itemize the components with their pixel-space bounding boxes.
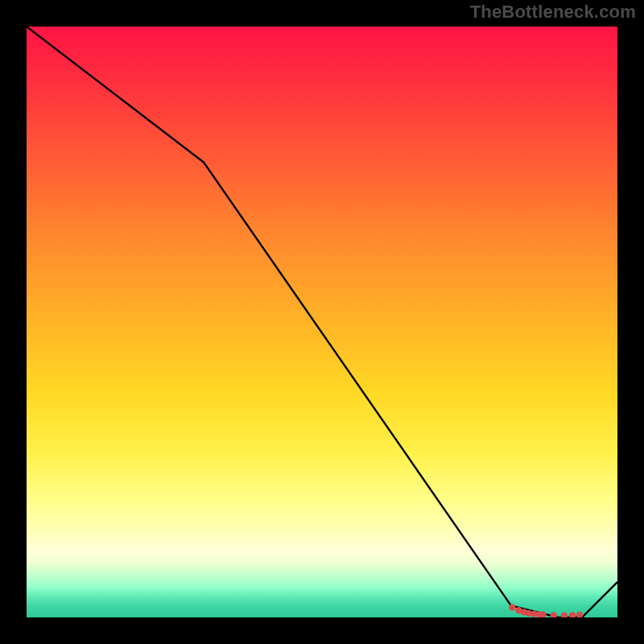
highlight-marker [569,612,576,617]
highlight-marker [509,604,515,610]
chart-overlay [27,27,617,617]
highlight-marker [561,613,568,617]
attribution-text: TheBottleneck.com [470,2,636,23]
highlight-markers [509,604,583,617]
chart-frame: TheBottleneck.com [0,0,644,644]
curve-path [27,27,617,617]
highlight-marker [551,612,557,617]
plot-area [27,27,617,617]
highlight-marker [576,612,583,617]
curve-line [27,27,617,617]
